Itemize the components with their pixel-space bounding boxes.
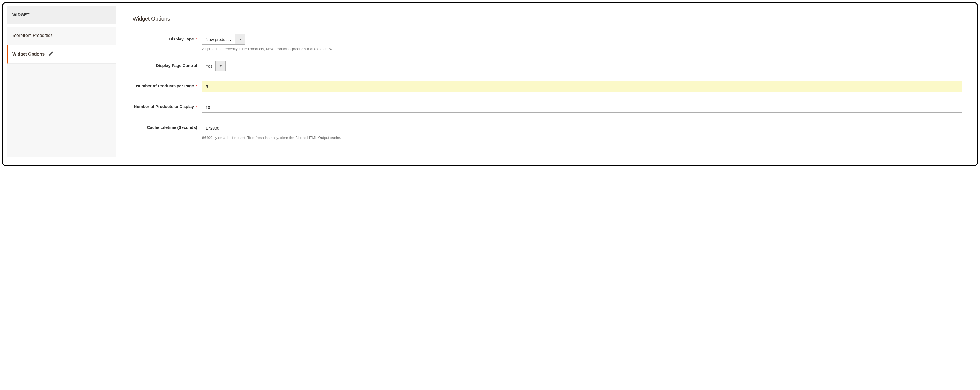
label-col: Display Type *: [133, 34, 198, 42]
required-star-icon: *: [196, 104, 197, 110]
chevron-down-icon: [215, 61, 225, 71]
field-label: Display Type: [169, 37, 194, 42]
required-star-icon: *: [196, 37, 197, 42]
field-label: Cache Lifetime (Seconds): [147, 125, 197, 130]
field-label: Number of Products to Display: [134, 104, 194, 110]
sidebar-item-label: Widget Options: [12, 52, 45, 57]
display-type-select[interactable]: New products: [202, 34, 245, 45]
sidebar: WIDGET Storefront Properties Widget Opti…: [7, 6, 116, 157]
field-label: Display Page Control: [156, 63, 197, 68]
sidebar-spacer: [7, 24, 116, 27]
main-content: Widget Options Display Type * New produc…: [133, 6, 973, 157]
select-value: New products: [202, 35, 235, 44]
products-to-display-input[interactable]: [202, 102, 962, 113]
field-col: New products All products - recently add…: [198, 34, 962, 51]
field-row-products-to-display: Number of Products to Display *: [133, 102, 962, 113]
field-note: All products - recently added products, …: [202, 47, 962, 51]
field-note: 86400 by default, if not set. To refresh…: [202, 136, 962, 140]
label-col: Cache Lifetime (Seconds): [133, 123, 198, 130]
chevron-down-icon: [235, 35, 245, 44]
select-value: Yes: [202, 61, 215, 71]
cache-lifetime-input[interactable]: [202, 123, 962, 134]
field-row-display-type: Display Type * New products All products…: [133, 34, 962, 51]
field-col: [198, 81, 962, 92]
display-page-control-select[interactable]: Yes: [202, 61, 226, 71]
label-col: Display Page Control: [133, 61, 198, 68]
products-per-page-input[interactable]: [202, 81, 962, 92]
label-col: Number of Products per Page *: [133, 81, 198, 89]
field-row-cache-lifetime: Cache Lifetime (Seconds) 86400 by defaul…: [133, 123, 962, 140]
field-col: 86400 by default, if not set. To refresh…: [198, 123, 962, 140]
field-row-products-per-page: Number of Products per Page *: [133, 81, 962, 92]
sidebar-item-widget-options[interactable]: Widget Options: [7, 45, 116, 64]
field-label: Number of Products per Page: [136, 83, 194, 89]
edit-icon: [49, 51, 53, 57]
label-col: Number of Products to Display *: [133, 102, 198, 110]
field-row-display-page-control: Display Page Control Yes: [133, 61, 962, 71]
field-col: Yes: [198, 61, 962, 71]
field-col: [198, 102, 962, 113]
widget-config-panel: WIDGET Storefront Properties Widget Opti…: [2, 2, 978, 166]
required-star-icon: *: [196, 83, 197, 89]
sidebar-header: WIDGET: [7, 6, 116, 24]
sidebar-item-label: Storefront Properties: [12, 33, 53, 38]
sidebar-item-storefront-properties[interactable]: Storefront Properties: [7, 27, 116, 45]
section-title: Widget Options: [133, 16, 962, 26]
